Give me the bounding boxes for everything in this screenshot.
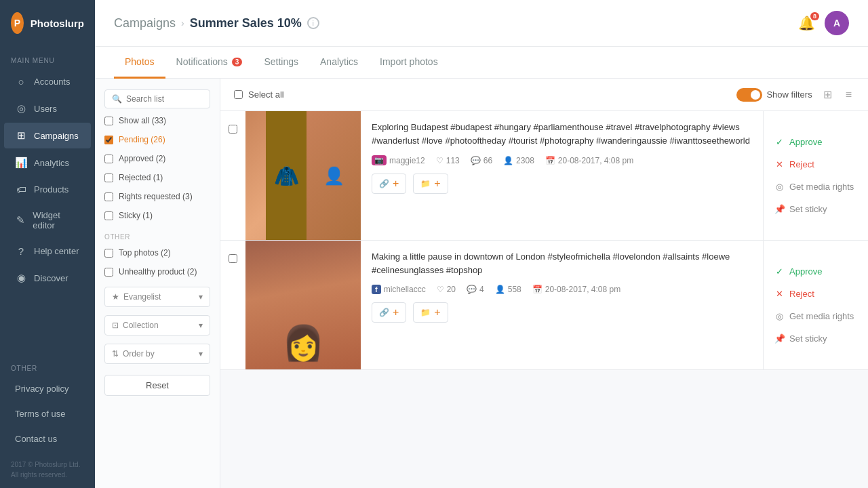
sidebar-item-products[interactable]: 🏷 Products [4, 177, 91, 202]
notification-button[interactable]: 🔔 8 [798, 15, 815, 31]
search-input[interactable] [126, 94, 203, 104]
post-1-link-button[interactable]: 🔗 + [372, 174, 406, 194]
header: Campaigns › Summer Sales 10% i 🔔 8 A [95, 0, 868, 47]
sidebar-other-label: OTHER [0, 354, 95, 376]
filter-rights-requested[interactable]: Rights requested (3) [104, 190, 210, 203]
sidebar-main-label: MAIN MENU [0, 46, 95, 68]
folder-icon: 📁 [420, 179, 431, 188]
post-2-sticky-button[interactable]: 📌 Set sticky [764, 329, 868, 348]
instagram-icon: 📷 [372, 155, 387, 165]
filter-rejected-checkbox[interactable] [104, 174, 113, 182]
post-2-meta: f michellaccc ♡ 20 💬 4 [372, 285, 752, 294]
post-1-approve-button[interactable]: ✓ Approve [764, 132, 868, 152]
post-1-checkbox[interactable] [229, 125, 237, 134]
post-1-media-rights-button[interactable]: ◎ Get media rights [764, 177, 868, 197]
post-2-likes: ♡ 20 [437, 285, 456, 294]
select-all-label[interactable]: Select all [234, 89, 284, 100]
sidebar-item-privacy[interactable]: Privacy policy [4, 377, 91, 401]
filter-approved[interactable]: Approved (2) [104, 152, 210, 165]
sidebar-item-label: Campaigns [34, 131, 79, 141]
filter-unhealthy-checkbox[interactable] [104, 268, 113, 277]
sidebar-item-widget-editor[interactable]: ✎ Widget editor [4, 203, 91, 237]
sidebar-item-help[interactable]: ? Help center [4, 239, 91, 264]
filter-top-photos-checkbox[interactable] [104, 249, 113, 258]
sidebar-item-accounts[interactable]: ○ Accounts [4, 69, 91, 94]
avatar[interactable]: A [825, 11, 849, 35]
evangelist-dropdown[interactable]: ★ Evangelist ▾ [104, 287, 210, 307]
post-2-checkbox[interactable] [229, 254, 237, 263]
list-view-button[interactable]: ≡ [843, 87, 854, 102]
tab-settings[interactable]: Settings [253, 47, 309, 79]
help-icon: ? [15, 245, 27, 257]
comment-icon: 💬 [471, 156, 481, 165]
order-by-icon: ⇅ [112, 349, 119, 359]
sidebar-item-contact[interactable]: Contact us [4, 427, 91, 451]
breadcrumb: Campaigns › Summer Sales 10% i [114, 16, 319, 30]
sticky-icon: 📌 [774, 204, 784, 214]
post-2-reject-button[interactable]: ✕ Reject [764, 284, 868, 304]
comment-icon: 💬 [467, 285, 477, 294]
facebook-icon: f [372, 285, 381, 294]
sidebar-item-campaigns[interactable]: ⊞ Campaigns [4, 123, 91, 148]
sidebar: P Photoslurp MAIN MENU ○ Accounts ◎ User… [0, 0, 95, 488]
filter-rights-requested-checkbox[interactable] [104, 192, 113, 201]
table-row: 👩 Making a little pause in downtown of L… [220, 241, 868, 370]
select-all-checkbox[interactable] [234, 90, 243, 99]
post-2-caption: Making a little pause in downtown of Lon… [372, 250, 752, 277]
collection-dropdown[interactable]: ⊡ Collection ▾ [104, 315, 210, 336]
table-row: 🧥 👤 Exploring Budapest #budapest #hungar… [220, 111, 868, 241]
sidebar-item-label: Widget editor [33, 210, 80, 230]
info-button[interactable]: i [307, 17, 319, 29]
link-icon: 🔗 [379, 308, 389, 317]
post-2-media-rights-button[interactable]: ◎ Get media rights [764, 306, 868, 326]
breadcrumb-parent: Campaigns [114, 16, 176, 30]
post-1-caption: Exploring Budapest #budapest #hungary #p… [372, 121, 752, 147]
analytics-icon: 📊 [15, 157, 27, 169]
toggle-control[interactable] [736, 88, 762, 102]
post-2-date: 📅 20-08-2017, 4:08 pm [532, 285, 620, 294]
tab-photos[interactable]: Photos [114, 47, 165, 79]
filter-show-all[interactable]: Show all (33) [104, 114, 210, 127]
grid-view-button[interactable]: ⊞ [821, 87, 835, 102]
filter-top-photos[interactable]: Top photos (2) [104, 246, 210, 260]
tab-import-photos[interactable]: Import photos [369, 47, 449, 79]
tabs-bar: Photos Notifications 3 Settings Analytic… [95, 47, 868, 79]
order-by-dropdown[interactable]: ⇅ Order by ▾ [104, 344, 210, 364]
calendar-icon: 📅 [532, 285, 542, 294]
post-1-collection-button[interactable]: 📁 + [413, 174, 448, 194]
filter-unhealthy[interactable]: Unhealthy product (2) [104, 265, 210, 279]
filter-show-all-checkbox[interactable] [104, 117, 113, 125]
sidebar-item-terms[interactable]: Terms of use [4, 402, 91, 426]
terms-label: Terms of use [15, 409, 65, 419]
sidebar-item-discover[interactable]: ◉ Discover [4, 265, 91, 291]
app-logo[interactable]: P Photoslurp [0, 0, 95, 46]
filter-pending[interactable]: Pending (26) [104, 133, 210, 146]
app-name: Photoslurp [31, 18, 84, 29]
filter-rejected[interactable]: Rejected (1) [104, 171, 210, 184]
post-1-body: Exploring Budapest #budapest #hungary #p… [361, 111, 763, 240]
filter-pending-checkbox[interactable] [104, 136, 113, 144]
sidebar-item-users[interactable]: ◎ Users [4, 96, 91, 121]
reset-button[interactable]: Reset [104, 375, 210, 396]
check-icon: ✓ [774, 266, 784, 277]
sidebar-item-label: Accounts [34, 77, 70, 87]
evangelist-icon: ★ [112, 292, 119, 302]
filter-sticky-checkbox[interactable] [104, 211, 113, 220]
filter-approved-checkbox[interactable] [104, 155, 113, 163]
post-2-link-button[interactable]: 🔗 + [372, 302, 406, 323]
tab-notifications[interactable]: Notifications 3 [165, 47, 254, 79]
post-2-approve-button[interactable]: ✓ Approve [764, 262, 868, 281]
post-2-image: 👩 [245, 241, 361, 369]
sidebar-item-label: Users [34, 104, 57, 114]
sidebar-item-analytics[interactable]: 📊 Analytics [4, 150, 91, 176]
x-icon: ✕ [774, 159, 784, 169]
show-filters-toggle: Show filters [736, 88, 812, 102]
post-2-username: f michellaccc [372, 285, 426, 294]
filter-sticky[interactable]: Sticky (1) [104, 209, 210, 222]
post-1-sticky-button[interactable]: 📌 Set sticky [764, 199, 868, 219]
post-1-reject-button[interactable]: ✕ Reject [764, 155, 868, 174]
toolbar-right: Show filters ⊞ ≡ [736, 87, 854, 102]
post-2-collection-button[interactable]: 📁 + [413, 302, 448, 323]
tab-analytics[interactable]: Analytics [309, 47, 369, 79]
post-2-comments: 💬 4 [467, 285, 484, 294]
